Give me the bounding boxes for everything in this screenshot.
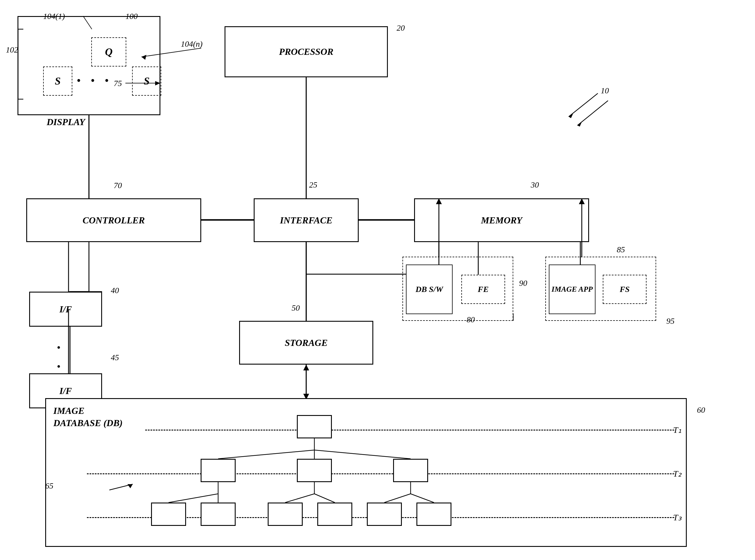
fe-label: FE: [478, 285, 488, 294]
db-tree-lines: [46, 399, 686, 546]
ref-20: 20: [396, 23, 405, 33]
ref-95: 95: [666, 317, 674, 326]
svg-line-0: [569, 93, 598, 117]
controller-label: CONTROLLER: [83, 215, 145, 226]
interface-label: INTERFACE: [280, 215, 332, 226]
svg-line-32: [285, 494, 314, 502]
image-app-cluster-box: IMAGE APP FS: [545, 257, 656, 321]
ref-60: 60: [697, 405, 705, 415]
ref-75: 75: [114, 79, 122, 88]
image-app-label: IMAGE APP: [551, 284, 593, 294]
svg-marker-38: [577, 122, 582, 126]
image-db-outer-box: IMAGEDATABASE (DB) T₁ T₂ T₃: [45, 398, 687, 547]
ref-65: 65: [45, 481, 53, 491]
diagram: Q S S • • • DISPLAY 100 102 104(1) 104(n…: [0, 0, 755, 560]
svg-line-35: [384, 494, 411, 502]
ref-70: 70: [114, 181, 122, 190]
ref-104-n: 104(n): [181, 39, 203, 49]
svg-line-25: [218, 450, 314, 459]
memory-label: MEMORY: [481, 215, 522, 226]
storage-box: STORAGE: [239, 321, 373, 365]
processor-box: PROCESSOR: [225, 26, 388, 77]
s-box-left: S: [43, 66, 72, 96]
q-label: Q: [105, 46, 113, 58]
processor-label: PROCESSOR: [279, 46, 333, 57]
display-outer-box: Q S S • • •: [18, 16, 160, 115]
ref-10: 10: [601, 86, 609, 95]
db-cluster-box: DB S/W FE: [403, 257, 513, 321]
if-top-label: I/F: [60, 304, 72, 315]
ref-90: 90: [519, 279, 527, 288]
ref-25: 25: [309, 180, 317, 189]
ref-102: 102: [6, 45, 18, 55]
svg-line-29: [168, 494, 218, 502]
display-label: DISPLAY: [47, 117, 85, 127]
ref-104-1: 104(1): [43, 12, 65, 21]
s-box-right: S: [132, 66, 161, 96]
fs-label: FS: [620, 285, 630, 294]
ref-45: 45: [111, 353, 119, 362]
ref-100: 100: [125, 12, 138, 21]
svg-line-33: [314, 494, 335, 502]
db-sw-box: DB S/W: [406, 264, 453, 314]
q-box: Q: [91, 37, 126, 66]
svg-line-36: [411, 494, 434, 502]
controller-box: CONTROLLER: [26, 198, 201, 242]
ref-85: 85: [617, 245, 625, 254]
svg-marker-53: [303, 365, 309, 371]
interface-box: INTERFACE: [254, 198, 359, 242]
storage-label: STORAGE: [285, 337, 327, 348]
svg-line-37: [577, 101, 608, 125]
s-right-label: S: [144, 75, 149, 87]
if-top-box: I/F: [29, 292, 102, 327]
svg-line-27: [314, 450, 411, 459]
ref-40: 40: [111, 286, 119, 295]
memory-box: MEMORY: [414, 198, 589, 242]
ref-30: 30: [531, 180, 539, 189]
ref-50: 50: [292, 303, 300, 313]
dots: • • •: [77, 74, 112, 87]
ref-80: 80: [467, 315, 475, 324]
fs-box: FS: [603, 275, 647, 304]
svg-marker-1: [569, 114, 573, 118]
db-sw-label: DB S/W: [415, 284, 443, 295]
image-app-box: IMAGE APP: [549, 264, 595, 314]
s-left-label: S: [55, 75, 61, 87]
if-bottom-label: I/F: [60, 385, 72, 396]
fe-box: FE: [461, 275, 505, 304]
